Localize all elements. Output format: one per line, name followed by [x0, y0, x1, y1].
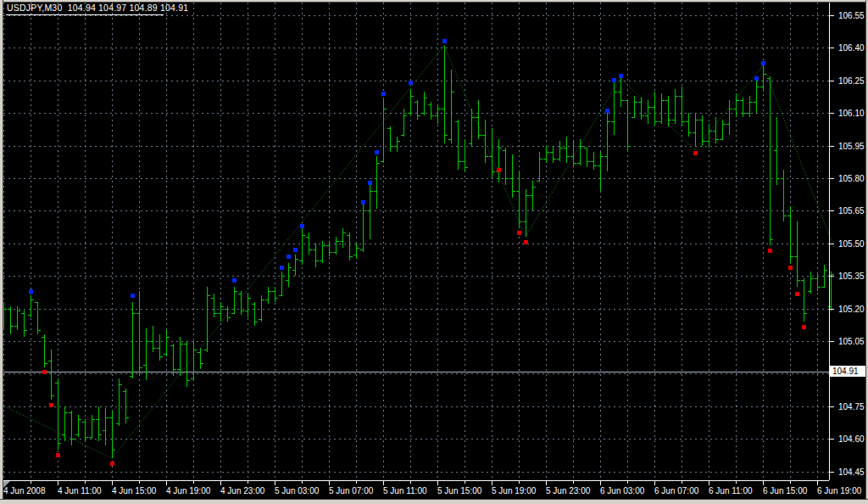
time-axis-label: 4 Jun 15:00: [112, 486, 157, 496]
ohlc-bar: [726, 100, 732, 135]
time-axis-label: 4 Jun 19:00: [166, 486, 211, 496]
ohlc-bar: [123, 389, 129, 423]
ohlc-bar: [394, 137, 400, 152]
ohlc-bar: [469, 109, 475, 146]
price-axis-label: 104.60: [838, 434, 865, 444]
ohlc-bar: [347, 232, 353, 260]
time-axis-label: 5 Jun 03:00: [275, 486, 320, 496]
price-axis-label: 106.55: [838, 11, 865, 20]
current-price-tag: 104.91: [830, 366, 867, 377]
price-axis[interactable]: 106.55106.40106.25106.10105.95105.80105.…: [829, 2, 865, 480]
fractal-up-marker: [761, 61, 765, 65]
time-axis-label: 5 Jun 19:00: [492, 486, 537, 496]
ohlc-bar: [387, 126, 393, 152]
ohlc-bar: [157, 334, 163, 361]
ohlc-bar: [96, 406, 102, 441]
fractal-up-marker: [375, 150, 379, 154]
ohlc-bar: [754, 81, 760, 113]
ohlc-bar: [326, 241, 332, 256]
ohlc-bar: [136, 291, 142, 376]
fractal-up-marker: [754, 76, 759, 81]
fractal-down-marker: [802, 325, 806, 329]
fractal-down-marker: [110, 462, 114, 466]
fractal-down-marker: [497, 168, 501, 172]
ohlc-bar: [774, 117, 780, 185]
window-frame-left-inner: [3, 0, 3, 504]
fractal-up-marker: [409, 81, 413, 85]
price-axis-label: 105.50: [838, 239, 865, 249]
fractal-up-marker: [605, 109, 609, 113]
ohlc-bar: [428, 102, 434, 120]
ohlc-bar: [659, 93, 665, 124]
ohlc-bar: [292, 255, 298, 276]
price-axis-label: 105.65: [838, 206, 865, 216]
time-axis-label: 5 Jun 07:00: [329, 486, 374, 496]
ohlc-bar: [652, 92, 658, 126]
ohlc-bar: [82, 419, 88, 441]
ohlc-bar: [550, 146, 556, 163]
ohlc-bar: [204, 287, 210, 352]
fractal-up-marker: [29, 289, 33, 294]
ohlc-bar: [584, 148, 590, 167]
ohlc-bar: [557, 141, 563, 161]
ohlc-bar: [35, 302, 41, 334]
ohlc-bar: [8, 306, 14, 334]
ohlc-bar: [523, 189, 529, 237]
ohlc-bar: [598, 152, 604, 191]
time-axis-label: 4 Jun 23:00: [220, 486, 265, 496]
ohlc-bar: [482, 120, 488, 163]
time-axis-label: 6 Jun 19:00: [817, 486, 862, 496]
ohlc-bar: [184, 341, 190, 387]
price-axis-label: 106.25: [838, 76, 865, 86]
ohlc-bar: [177, 337, 183, 376]
ohlc-bar: [211, 294, 217, 317]
time-axis-label: 6 Jun 15:00: [763, 486, 808, 496]
ohlc-bar: [564, 137, 570, 163]
fractal-up-marker: [131, 294, 135, 298]
fractal-up-marker: [381, 92, 386, 96]
ohlc-bar: [313, 244, 319, 267]
ohlc-bar: [448, 70, 454, 143]
ohlc-bar: [720, 120, 726, 140]
chart-canvas[interactable]: 106.55106.40106.25106.10105.95105.80105.…: [0, 0, 868, 504]
time-axis-label: 4 Jun 11:00: [58, 486, 102, 496]
ohlc-bar: [781, 170, 787, 221]
ohlc-bar: [679, 87, 685, 126]
ohlc-bar: [150, 326, 156, 352]
ohlc-bar: [245, 294, 251, 317]
ohlc-bar: [577, 139, 583, 165]
fractal-up-marker: [232, 278, 236, 283]
ohlc-bar: [164, 330, 170, 356]
fractal-down-marker: [524, 240, 528, 244]
fractal-down-marker: [56, 453, 60, 457]
fractal-down-marker: [42, 370, 47, 374]
ohlc-bar: [713, 117, 719, 143]
ohlc-bar: [28, 295, 34, 317]
ohlc-bar: [740, 98, 746, 117]
ohlc-bar: [570, 141, 576, 167]
fractal-up-marker: [287, 255, 291, 259]
ohlc-bar: [455, 120, 461, 170]
ohlc-bar: [130, 302, 136, 378]
ohlc-bar: [381, 98, 387, 163]
ohlc-bar: [435, 104, 441, 124]
ohlc-bar: [75, 415, 81, 437]
ohlc-bar: [191, 341, 197, 379]
fractal-up-marker: [361, 200, 365, 204]
ohlc-bar: [14, 306, 20, 330]
ohlc-bar: [340, 228, 346, 248]
price-axis-label: 105.95: [838, 142, 865, 151]
ohlc-bar: [815, 274, 821, 291]
ohlc-bar: [611, 82, 617, 135]
ohlc-bar: [353, 244, 359, 259]
ohlc-bar: [442, 46, 448, 143]
ohlc-bar: [787, 206, 793, 263]
ohlc-bar: [801, 278, 807, 322]
time-axis-label: 6 Jun 11:00: [709, 486, 753, 496]
time-axis[interactable]: 4 Jun 20084 Jun 11:004 Jun 15:004 Jun 19…: [3, 481, 862, 496]
ohlc-bar: [706, 124, 712, 148]
ohlc-bar: [367, 185, 373, 239]
grid: [3, 3, 829, 480]
ohlc-bar: [543, 146, 549, 163]
ohlc-bar: [699, 115, 705, 146]
